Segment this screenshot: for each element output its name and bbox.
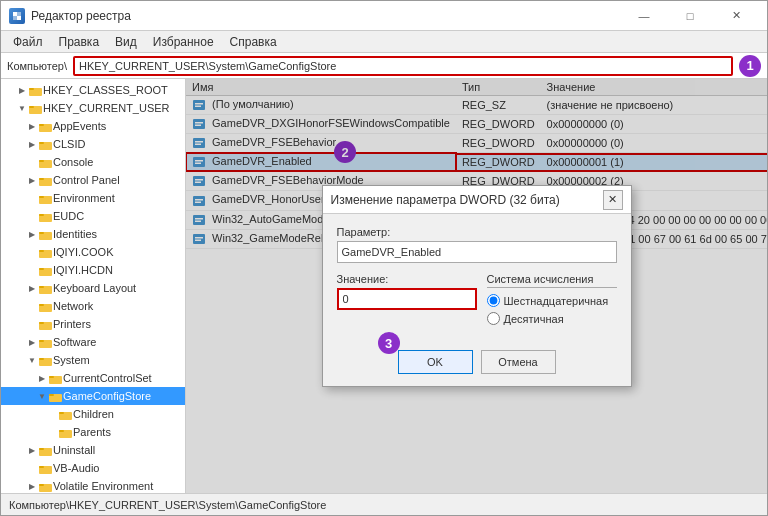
menu-edit[interactable]: Правка xyxy=(51,33,108,51)
svg-rect-45 xyxy=(39,448,44,450)
menu-help[interactable]: Справка xyxy=(222,33,285,51)
minimize-button[interactable]: — xyxy=(621,1,667,31)
tree-label: Keyboard Layout xyxy=(53,282,136,294)
ok-button[interactable]: OK xyxy=(398,350,473,374)
badge-1: 1 xyxy=(739,55,761,77)
tree-item-network[interactable]: Network xyxy=(1,297,185,315)
menu-favorites[interactable]: Избранное xyxy=(145,33,222,51)
folder-icon xyxy=(39,121,53,132)
value-label: Значение: xyxy=(337,273,477,285)
tree-item-appevents[interactable]: ▶ AppEvents xyxy=(1,117,185,135)
tree-label: Environment xyxy=(53,192,115,204)
svg-rect-37 xyxy=(49,376,54,378)
dialog-close-button[interactable]: ✕ xyxy=(603,190,623,210)
svg-rect-29 xyxy=(39,304,44,306)
tree-item-identities[interactable]: ▶ Identities xyxy=(1,225,185,243)
expander-icon xyxy=(25,299,39,313)
tree-item-console[interactable]: Console xyxy=(1,153,185,171)
radio-hex-label: Шестнадцатеричная xyxy=(504,295,609,307)
tree-item-clsid[interactable]: ▶ CLSID xyxy=(1,135,185,153)
tree-item-control-panel[interactable]: ▶ Control Panel xyxy=(1,171,185,189)
folder-icon xyxy=(39,139,53,150)
close-button[interactable]: ✕ xyxy=(713,1,759,31)
expander-icon: ▶ xyxy=(25,119,39,133)
value-section: Значение: xyxy=(337,273,477,310)
tree-label: Uninstall xyxy=(53,444,95,456)
folder-icon xyxy=(39,247,53,258)
maximize-button[interactable]: □ xyxy=(667,1,713,31)
tree-item-iqiyi-hcdn[interactable]: IQIYI.HCDN xyxy=(1,261,185,279)
svg-rect-1 xyxy=(17,16,21,20)
tree-label: IQIYI.HCDN xyxy=(53,264,113,276)
tree-item-uninstall[interactable]: ▶ Uninstall xyxy=(1,441,185,459)
tree-item-children[interactable]: Children xyxy=(1,405,185,423)
menu-view[interactable]: Вид xyxy=(107,33,145,51)
tree-panel[interactable]: ▶ HKEY_CLASSES_ROOT ▼ HKEY_CURRENT_USER … xyxy=(1,79,186,493)
tree-item-volatile-environment[interactable]: ▶ Volatile Environment xyxy=(1,477,185,493)
tree-item-vb-audio[interactable]: VB-Audio xyxy=(1,459,185,477)
tree-item-current-user[interactable]: ▼ HKEY_CURRENT_USER xyxy=(1,99,185,117)
dword-dialog: Изменение параметра DWORD (32 бита) ✕ Па… xyxy=(322,185,632,387)
expander-icon: ▶ xyxy=(25,335,39,349)
svg-rect-33 xyxy=(39,340,44,342)
expander-icon xyxy=(45,425,59,439)
folder-icon xyxy=(39,283,53,294)
expander-icon: ▶ xyxy=(25,173,39,187)
menu-file[interactable]: Файл xyxy=(5,33,51,51)
tree-label: Volatile Environment xyxy=(53,480,153,492)
tree-item-software[interactable]: ▶ Software xyxy=(1,333,185,351)
address-label: Компьютер\ xyxy=(7,60,67,72)
folder-icon xyxy=(39,445,53,456)
expander-icon xyxy=(25,317,39,331)
folder-icon-open xyxy=(49,391,63,402)
folder-icon xyxy=(39,463,53,474)
cancel-button[interactable]: Отмена xyxy=(481,350,556,374)
radio-dec[interactable]: Десятичная xyxy=(487,312,617,325)
titlebar: Редактор реестра — □ ✕ xyxy=(1,1,767,31)
radio-hex-input[interactable] xyxy=(487,294,500,307)
tree-item-iqiyi-cook[interactable]: IQIYI.COOK xyxy=(1,243,185,261)
tree-item-gameconfigstore[interactable]: ▼ GameConfigStore xyxy=(1,387,185,405)
expander-icon: ▶ xyxy=(35,371,49,385)
folder-icon xyxy=(59,427,73,438)
svg-rect-7 xyxy=(29,106,34,108)
tree-item-currentcontrolset[interactable]: ▶ CurrentControlSet xyxy=(1,369,185,387)
tree-label: GameConfigStore xyxy=(63,390,151,402)
folder-icon xyxy=(39,319,53,330)
radio-dec-input[interactable] xyxy=(487,312,500,325)
tree-item-system[interactable]: ▼ System xyxy=(1,351,185,369)
tree-item-parents[interactable]: Parents xyxy=(1,423,185,441)
dialog-title: Изменение параметра DWORD (32 бита) xyxy=(331,193,560,207)
tree-label: EUDC xyxy=(53,210,84,222)
tree-label: Control Panel xyxy=(53,174,120,186)
radio-hex[interactable]: Шестнадцатеричная xyxy=(487,294,617,307)
tree-label: CurrentControlSet xyxy=(63,372,152,384)
value-input[interactable] xyxy=(337,288,477,310)
address-input[interactable] xyxy=(73,56,733,76)
svg-rect-23 xyxy=(39,250,44,252)
svg-rect-17 xyxy=(39,196,44,198)
tree-item-printers[interactable]: Printers xyxy=(1,315,185,333)
main-content: ▶ HKEY_CLASSES_ROOT ▼ HKEY_CURRENT_USER … xyxy=(1,79,767,493)
dialog-titlebar: Изменение параметра DWORD (32 бита) ✕ xyxy=(323,186,631,214)
expander-icon: ▶ xyxy=(15,83,29,97)
addressbar: Компьютер\ 1 xyxy=(1,53,767,79)
svg-rect-39 xyxy=(49,394,54,396)
tree-item-classes-root[interactable]: ▶ HKEY_CLASSES_ROOT xyxy=(1,81,185,99)
folder-icon xyxy=(39,211,53,222)
param-value-input[interactable] xyxy=(337,241,617,263)
expander-icon: ▶ xyxy=(25,479,39,493)
folder-icon xyxy=(29,103,43,114)
svg-rect-49 xyxy=(39,484,44,486)
registry-editor-window: Редактор реестра — □ ✕ Файл Правка Вид И… xyxy=(0,0,768,516)
svg-rect-25 xyxy=(39,268,44,270)
tree-item-eudc[interactable]: EUDC xyxy=(1,207,185,225)
dialog-row: Значение: Система исчисления Шестнадцате… xyxy=(337,273,617,330)
tree-item-keyboard-layout[interactable]: ▶ Keyboard Layout xyxy=(1,279,185,297)
tree-item-environment[interactable]: Environment xyxy=(1,189,185,207)
tree-label: CLSID xyxy=(53,138,85,150)
svg-rect-5 xyxy=(29,88,34,90)
svg-rect-43 xyxy=(59,430,64,432)
tree-label: VB-Audio xyxy=(53,462,99,474)
svg-rect-19 xyxy=(39,214,44,216)
